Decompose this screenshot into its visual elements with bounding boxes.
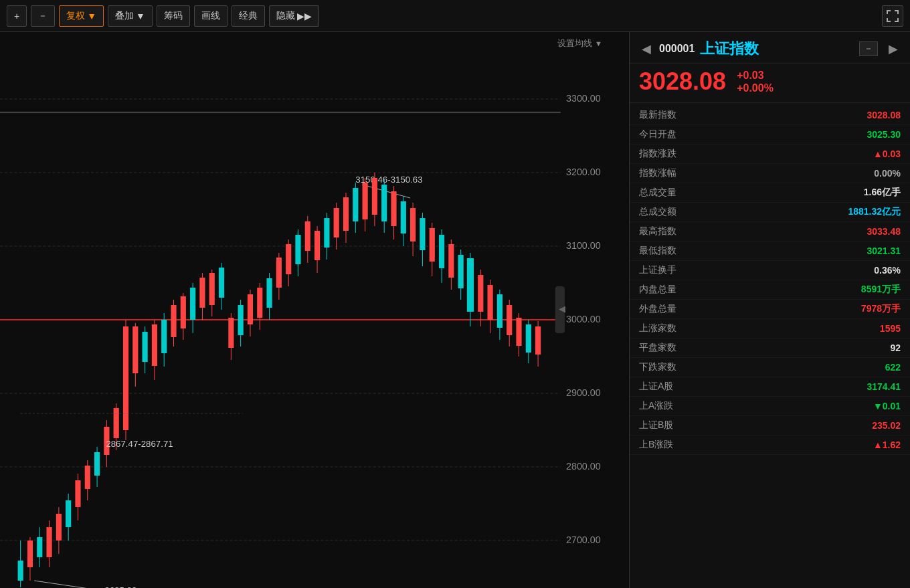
svg-rect-88 [334, 208, 339, 237]
data-label-3: 指数涨幅 [639, 167, 676, 179]
data-label-2: 指数涨跌 [639, 148, 676, 160]
data-row: 上B涨跌 ▲1.62 [630, 435, 910, 455]
svg-rect-60 [199, 278, 205, 308]
svg-rect-90 [343, 197, 349, 231]
svg-rect-82 [305, 221, 310, 251]
chart-header: 设置均线 ▼ [557, 37, 602, 50]
svg-rect-98 [372, 178, 377, 215]
price-change-value: +0.03 [737, 70, 774, 82]
shezhijunxian-arrow: ▼ [595, 39, 602, 47]
fuquan-arrow: ▼ [87, 11, 96, 21]
expand-button[interactable] [882, 5, 903, 27]
minus-button[interactable]: － [31, 5, 55, 27]
data-value-14: 3174.41 [867, 381, 901, 392]
huaxian-button[interactable]: 画线 [194, 5, 227, 27]
toolbar: + － 复权 ▼ 叠加 ▼ 筹码 画线 经典 隐藏 ▶▶ [0, 0, 910, 32]
data-row: 平盘家数 92 [630, 338, 910, 358]
svg-rect-74 [266, 278, 272, 308]
data-label-13: 下跌家数 [639, 361, 676, 373]
svg-rect-20 [27, 541, 33, 567]
svg-rect-108 [420, 218, 425, 250]
svg-text:3000.00: 3000.00 [566, 314, 601, 324]
svg-rect-48 [143, 332, 148, 362]
nav-next-button[interactable]: ▶ [886, 40, 901, 58]
svg-rect-54 [171, 305, 176, 337]
svg-rect-46 [132, 326, 138, 373]
svg-rect-126 [507, 305, 512, 335]
svg-rect-80 [295, 235, 300, 264]
data-row: 总成交额 1881.32亿元 [630, 203, 910, 222]
data-value-3: 0.00% [874, 168, 901, 179]
svg-rect-104 [401, 201, 406, 233]
svg-rect-86 [324, 218, 329, 248]
data-value-2: ▲0.03 [873, 149, 901, 159]
stock-code: 000001 [659, 43, 695, 55]
diejia-button[interactable]: 叠加 ▼ [108, 5, 153, 27]
svg-text:3200.00: 3200.00 [566, 167, 601, 177]
data-row: 下跌家数 622 [630, 358, 910, 377]
data-label-17: 上B涨跌 [639, 439, 673, 451]
svg-rect-68 [238, 305, 244, 335]
svg-rect-84 [314, 231, 320, 260]
data-table: 最新指数 3028.08 今日开盘 3025.30 指数涨跌 ▲0.03 指数涨… [630, 103, 910, 588]
data-value-10: 7978万手 [861, 303, 901, 315]
diejia-label: 叠加 [115, 10, 134, 22]
jingdian-button[interactable]: 经典 [232, 5, 265, 27]
data-value-16: 235.02 [872, 420, 901, 431]
svg-text:2700.00: 2700.00 [566, 534, 601, 545]
svg-rect-114 [448, 244, 454, 278]
minimize-button[interactable]: － [859, 41, 878, 56]
data-value-17: ▲1.62 [873, 439, 901, 450]
svg-rect-100 [381, 185, 387, 221]
chart-svg: 3300.00 3200.00 3100.00 3000.00 2900.00 … [0, 32, 629, 588]
data-label-15: 上A涨跌 [639, 400, 673, 412]
svg-text:3100.00: 3100.00 [566, 240, 601, 251]
yincang-label: 隐藏 [276, 10, 295, 22]
nav-prev-button[interactable]: ◀ [639, 40, 654, 58]
data-row: 最高指数 3033.48 [630, 222, 910, 241]
svg-rect-130 [526, 324, 531, 353]
data-row: 最新指数 3028.08 [630, 106, 910, 125]
data-value-11: 1595 [880, 323, 901, 334]
svg-rect-28 [56, 514, 62, 541]
main-area: 设置均线 ▼ 3300.00 3200.00 3100.00 3000.00 2… [0, 32, 910, 588]
svg-rect-110 [430, 228, 435, 262]
data-row: 指数涨跌 ▲0.03 [630, 144, 910, 164]
svg-rect-128 [516, 318, 521, 346]
data-label-6: 最高指数 [639, 225, 676, 237]
svg-rect-52 [161, 320, 167, 353]
svg-rect-36 [94, 452, 100, 476]
choumo-button[interactable]: 筹码 [157, 5, 190, 27]
svg-rect-42 [123, 326, 128, 430]
shezhijunxian-label: 设置均线 [557, 37, 592, 50]
data-value-7: 3021.31 [867, 246, 901, 256]
svg-rect-64 [219, 268, 224, 298]
price-display: 3028.08 +0.03 +0.00% [630, 64, 910, 103]
data-value-15: ▼0.01 [873, 401, 901, 411]
svg-rect-96 [363, 183, 368, 219]
data-row: 今日开盘 3025.30 [630, 125, 910, 144]
data-row: 内盘总量 8591万手 [630, 280, 910, 300]
chart-container: 设置均线 ▼ 3300.00 3200.00 3100.00 3000.00 2… [0, 32, 629, 588]
data-value-8: 0.36% [874, 265, 901, 276]
svg-rect-120 [478, 275, 483, 312]
data-label-9: 内盘总量 [639, 284, 676, 296]
yincang-button[interactable]: 隐藏 ▶▶ [269, 5, 319, 27]
data-row: 上证A股 3174.41 [630, 377, 910, 397]
svg-rect-72 [257, 288, 262, 318]
data-value-1: 3025.30 [867, 129, 901, 140]
svg-text:2900.00: 2900.00 [566, 387, 601, 398]
add-button[interactable]: + [7, 5, 27, 27]
fuquan-button[interactable]: 复权 ▼ [59, 5, 104, 27]
svg-rect-30 [66, 500, 71, 527]
data-row: 外盘总量 7978万手 [630, 300, 910, 319]
data-label-1: 今日开盘 [639, 128, 676, 140]
price-change-pct: +0.00% [737, 82, 774, 94]
svg-rect-56 [181, 296, 186, 328]
yincang-arrow: ▶▶ [297, 11, 312, 21]
svg-rect-26 [46, 527, 52, 557]
data-label-16: 上证B股 [639, 419, 673, 431]
svg-text:3300.00: 3300.00 [566, 93, 601, 104]
stock-name: 上证指数 [700, 39, 759, 59]
data-label-0: 最新指数 [639, 109, 676, 121]
